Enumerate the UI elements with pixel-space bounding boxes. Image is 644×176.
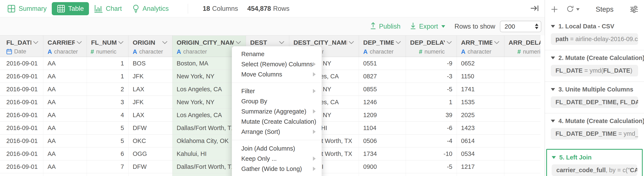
summary-grid-icon	[7, 5, 16, 13]
table-cell-arr-delay	[504, 109, 540, 121]
column-type-label: character	[468, 48, 492, 55]
collapse-caret-icon[interactable]	[551, 57, 555, 59]
chevron-down-icon[interactable]	[235, 41, 242, 44]
collapse-caret-icon[interactable]	[552, 156, 556, 159]
collapse-caret-icon[interactable]	[551, 120, 555, 122]
dataset-stats: 18 Columns 454,878 Rows	[203, 5, 299, 13]
publish-button[interactable]: Publish	[370, 22, 400, 31]
step-card-5[interactable]: 5. Left Joincarrier_code_full, by = c("C…	[546, 149, 643, 176]
view-tab-label: Analytics	[142, 5, 169, 13]
view-tab-label: Table	[68, 5, 84, 13]
column-header-carrier[interactable]: CARRIERAcharacter	[43, 36, 87, 57]
view-tab-analytics[interactable]: Analytics	[127, 2, 174, 15]
step-title: 1. Local Data - CSV	[558, 23, 614, 30]
column-name: CARRIER	[48, 39, 75, 46]
menu-item-mutate-create-calculation[interactable]: Mutate (Create Calculation)	[232, 117, 322, 127]
table-cell-fl-date: 2016-09-01	[0, 70, 43, 82]
a-icon: A	[461, 48, 466, 55]
table-cell-origin: DFW	[128, 122, 172, 134]
table-cell-origin: JFK	[128, 70, 172, 82]
column-header-fl-date[interactable]: FL_DATEDate	[0, 36, 43, 57]
rows-to-show-value: 200	[504, 23, 515, 30]
view-tab-label: Chart	[106, 5, 122, 13]
view-tabs: SummaryTableChartAnalytics	[2, 2, 174, 15]
chevron-down-icon[interactable]	[118, 41, 124, 44]
step-title: 4. Mutate (Create Calculation) (1)	[558, 118, 644, 125]
view-tab-summary[interactable]: Summary	[2, 2, 52, 15]
refresh-steps-button[interactable]	[566, 5, 580, 14]
menu-item-rename[interactable]: Rename	[232, 49, 322, 59]
table-cell-fl-num: 6	[87, 147, 128, 160]
table-cell-dep-delay: 39	[406, 109, 457, 121]
menu-item-keep-only[interactable]: Keep Only ...	[232, 153, 322, 164]
column-type-label: numeric	[523, 48, 540, 55]
view-tab-table[interactable]: Table	[52, 2, 89, 15]
table-sub-toolbar: Publish Export Rows to show 200	[0, 17, 545, 35]
table-cell-dep-delay: -10	[406, 147, 457, 160]
chevron-down-icon[interactable]	[395, 41, 402, 44]
steps-panel: Steps 1. Local Data - CSVpath = airline-…	[545, 0, 644, 176]
menu-item-move-columns[interactable]: Move Columns	[232, 69, 322, 79]
table-cell-arr-time: 1741	[457, 83, 504, 96]
submenu-arrow-icon	[313, 167, 316, 171]
table-cell-fl-date: 2016-09-01	[0, 134, 43, 147]
table-cell-carrier: AA	[43, 134, 87, 147]
step-card-4[interactable]: 4. Mutate (Create Calculation) (1)FL_DAT…	[545, 113, 644, 145]
table-cell-origin: HNL	[128, 173, 172, 176]
a-icon: A	[48, 48, 52, 55]
step-card-3[interactable]: 3. Unite Multiple ColumnsFL_DATE_DEP_TIM…	[545, 81, 644, 113]
menu-item-arrange-sort[interactable]: Arrange (Sort)	[232, 127, 322, 137]
add-step-button[interactable]	[550, 5, 558, 13]
table-cell-arr-delay	[504, 147, 540, 160]
chevron-down-icon[interactable]	[162, 41, 168, 44]
collapse-right-panel-button[interactable]	[530, 4, 539, 13]
column-header-arr-time[interactable]: ARR_TIMEAcharacter	[457, 36, 504, 57]
stepper-icon	[535, 24, 538, 29]
step-summary: path = airline-delay-2016-09.csv	[551, 33, 638, 45]
table-cell-dep-delay: -7	[406, 173, 457, 176]
menu-item-label: Rename	[241, 51, 264, 58]
download-icon	[410, 22, 416, 31]
table-cell-carrier: AA	[43, 160, 87, 173]
menu-item-summarize-aggregate[interactable]: Summarize (Aggregate)	[232, 106, 322, 117]
table-cell-fl-date: 2016-09-01	[0, 83, 43, 96]
chevron-down-icon[interactable]	[446, 41, 452, 44]
collapse-right-icon	[530, 4, 539, 13]
chevron-down-icon[interactable]	[494, 41, 500, 44]
table-cell-dep-delay: -5	[406, 83, 457, 96]
column-header-fl-num[interactable]: FL_NUM#numeric	[87, 36, 128, 57]
column-name: ORIGIN	[133, 39, 155, 46]
column-header-origin[interactable]: ORIGINAcharacter	[128, 36, 172, 57]
menu-item-label: Join (Add Columns)	[241, 145, 295, 152]
main-area: SummaryTableChartAnalytics 18 Columns 45…	[0, 0, 545, 176]
table-cell-arr-time: 0528	[457, 173, 504, 176]
column-header-dep-delay[interactable]: DEP_DELAY#numeric	[406, 36, 457, 57]
chevron-down-icon[interactable]	[32, 41, 39, 44]
column-header-dep-time[interactable]: DEP_TIMEAcharacter	[359, 36, 406, 57]
view-tab-chart[interactable]: Chart	[89, 2, 127, 15]
menu-item-gather-wide-to-long[interactable]: Gather (Wide to Long)	[232, 164, 322, 174]
step-card-1[interactable]: 1. Local Data - CSVpath = airline-delay-…	[545, 19, 644, 50]
column-context-menu: RenameSelect (Remove) ColumnsMove Column…	[232, 46, 322, 176]
export-button[interactable]: Export	[410, 22, 445, 31]
column-name: ORIGIN_CITY_NAME	[177, 39, 234, 46]
column-header-arr-delay[interactable]: ARR_DELAY#numeric	[504, 36, 540, 57]
menu-item-filter[interactable]: Filter	[232, 86, 322, 96]
submenu-arrow-icon	[313, 62, 316, 66]
chevron-down-icon[interactable]	[76, 41, 82, 44]
sliders-icon[interactable]	[630, 5, 638, 13]
menu-item-group-by[interactable]: Group By	[232, 96, 322, 106]
chevron-down-icon[interactable]	[348, 41, 354, 44]
column-type-label: Date	[14, 48, 26, 55]
calendar-icon	[6, 48, 12, 55]
table-cell-fl-num: 7	[87, 160, 128, 173]
collapse-caret-icon[interactable]	[551, 25, 555, 28]
step-card-2[interactable]: 2. Mutate (Create Calculation) (1)FL_DAT…	[545, 50, 644, 81]
chevron-down-icon	[442, 25, 445, 28]
menu-item-select-remove-columns[interactable]: Select (Remove) Columns	[232, 59, 322, 69]
collapse-caret-icon[interactable]	[551, 88, 555, 91]
menu-item-join-add-columns[interactable]: Join (Add Columns)	[232, 143, 322, 153]
chevron-down-icon[interactable]	[278, 41, 285, 44]
rows-to-show-select[interactable]: 200	[500, 21, 541, 32]
table-cell-fl-date: 2016-09-01	[0, 122, 43, 134]
